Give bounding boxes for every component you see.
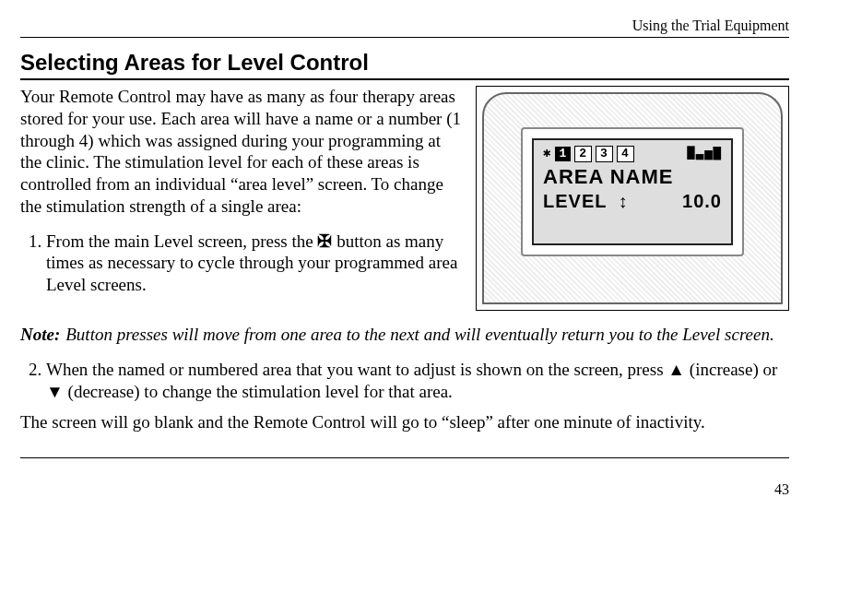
intro-paragraph: Your Remote Control may have as many as …	[20, 86, 463, 218]
step-1-text-a: From the main Level screen, press the	[46, 231, 317, 251]
signal-icon: █▃▅▇	[687, 146, 722, 162]
section-heading: Selecting Areas for Level Control	[20, 49, 789, 77]
rule-bottom	[20, 457, 789, 458]
remote-control-device: ✱ 1 2 3 4 █▃▅▇ AREA NAME LEVEL ↕ 10.0	[482, 92, 783, 304]
lcd-level-label: LEVEL	[543, 190, 607, 213]
area-tab-4: 4	[617, 146, 634, 162]
rule-top	[20, 37, 789, 38]
area-tab-1: 1	[555, 147, 571, 161]
rule-heading	[20, 78, 789, 80]
note-label: Note:	[20, 325, 60, 344]
lcd-area-name: AREA NAME	[543, 164, 722, 190]
up-down-icon: ↕	[618, 190, 628, 213]
after-paragraph: The screen will go blank and the Remote …	[20, 411, 789, 433]
page-number: 43	[20, 480, 789, 499]
stim-on-icon: ✱	[543, 146, 551, 162]
step-2: When the named or numbered area that you…	[46, 359, 789, 403]
device-figure: ✱ 1 2 3 4 █▃▅▇ AREA NAME LEVEL ↕ 10.0	[476, 86, 789, 311]
note-block: Note: Button presses will move from one …	[20, 324, 789, 346]
lcd-screen: ✱ 1 2 3 4 █▃▅▇ AREA NAME LEVEL ↕ 10.0	[532, 138, 733, 245]
lcd-level-value: 10.0	[682, 190, 722, 213]
step-1: From the main Level screen, press the ✠ …	[46, 231, 463, 296]
running-head: Using the Trial Equipment	[20, 17, 789, 35]
area-tab-3: 3	[596, 146, 613, 162]
area-tab-2: 2	[574, 146, 592, 162]
area-button-icon: ✠	[317, 231, 332, 251]
note-body: Button presses will move from one area t…	[65, 325, 773, 344]
